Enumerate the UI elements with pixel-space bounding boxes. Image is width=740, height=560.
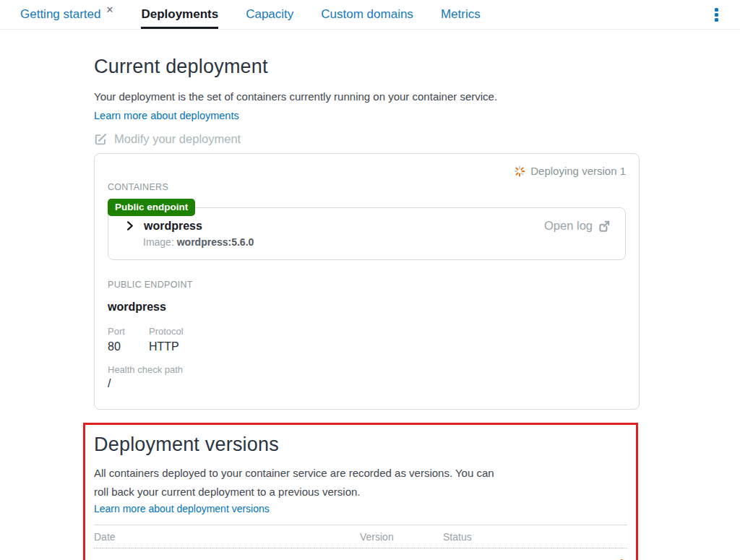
- tab-label: Getting started: [20, 7, 101, 22]
- tab-label: Capacity: [246, 7, 293, 22]
- chevron-right-icon[interactable]: [124, 220, 135, 231]
- learn-more-deployments-link[interactable]: Learn more about deployments: [94, 110, 239, 121]
- modify-deployment-button[interactable]: Modify your deployment: [94, 132, 640, 146]
- open-log-button[interactable]: Open log: [544, 219, 611, 233]
- learn-more-versions-link[interactable]: Learn more about deployment versions: [94, 503, 270, 514]
- tab-custom-domains[interactable]: Custom domains: [321, 0, 413, 29]
- versions-table: Date Version Status June 4, 2021 - 2:30 …: [94, 525, 627, 560]
- close-icon[interactable]: ✕: [106, 5, 114, 14]
- deployment-versions-title: Deployment versions: [94, 434, 627, 456]
- table-header-row: Date Version Status: [94, 525, 627, 548]
- container-image: Image: wordpress:5.6.0: [143, 236, 611, 248]
- tab-capacity[interactable]: Capacity: [246, 0, 293, 29]
- modify-deployment-label: Modify your deployment: [114, 132, 241, 146]
- public-endpoint-badge: Public endpoint: [108, 199, 195, 216]
- health-check-label: Health check path: [108, 364, 626, 375]
- protocol-label: Protocol: [149, 326, 184, 337]
- spinner-icon: [514, 165, 525, 177]
- containers-section-label: CONTAINERS: [108, 182, 626, 192]
- port-value: 80: [108, 340, 149, 353]
- overflow-menu-icon[interactable]: [710, 0, 723, 29]
- tab-deployments[interactable]: Deployments: [141, 0, 218, 29]
- table-row: June 4, 2021 - 2:30 PM 1: [94, 548, 627, 560]
- deployment-description: Your deployment is the set of containers…: [94, 87, 640, 106]
- image-label: Image:: [143, 236, 174, 248]
- versions-description-line1: All containers deployed to your containe…: [94, 464, 627, 483]
- tab-label: Deployments: [141, 7, 218, 22]
- port-protocol-group: Port 80 Protocol HTTP: [108, 326, 626, 353]
- popout-icon: [598, 220, 611, 233]
- tab-metrics[interactable]: Metrics: [441, 0, 481, 29]
- container-name: wordpress: [144, 220, 202, 233]
- versions-description-line2: roll back your current deployment to a p…: [94, 483, 627, 501]
- deploy-status-label: Deploying version 1: [530, 165, 626, 177]
- deploy-status: Deploying version 1: [514, 165, 626, 177]
- header-date: Date: [94, 531, 360, 543]
- tab-bar: Getting started ✕ Deployments Capacity C…: [0, 0, 740, 30]
- endpoint-name: wordpress: [108, 301, 626, 314]
- annotation-box: Deployment versions All containers deplo…: [83, 423, 638, 560]
- port-label: Port: [108, 326, 149, 337]
- tab-getting-started[interactable]: Getting started ✕: [20, 0, 113, 29]
- versions-description: All containers deployed to your containe…: [94, 464, 627, 501]
- main-content: Current deployment Your deployment is th…: [94, 56, 640, 560]
- public-endpoint-section-label: PUBLIC ENDPOINT: [108, 280, 626, 290]
- protocol-value: HTTP: [149, 340, 184, 353]
- header-status: Status: [443, 531, 627, 543]
- image-value: wordpress:5.6.0: [177, 236, 254, 248]
- page-title: Current deployment: [94, 56, 640, 78]
- health-check-value: /: [108, 377, 626, 390]
- current-deployment-card: Deploying version 1 CONTAINERS Public en…: [94, 153, 640, 410]
- open-log-label: Open log: [544, 219, 593, 233]
- header-version: Version: [360, 531, 443, 543]
- tab-label: Metrics: [441, 7, 481, 22]
- edit-icon: [94, 132, 108, 146]
- tab-label: Custom domains: [321, 7, 413, 22]
